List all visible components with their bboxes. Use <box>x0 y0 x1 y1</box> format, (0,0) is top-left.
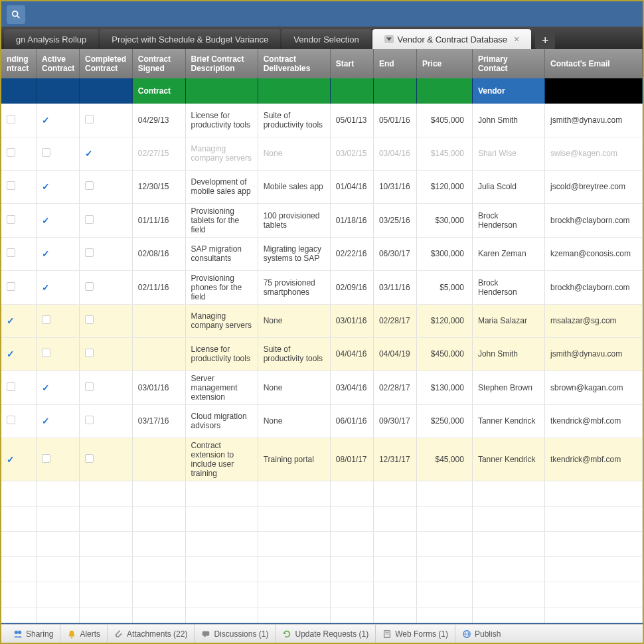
completed-checkbox[interactable] <box>85 382 94 391</box>
pending-checkbox[interactable] <box>7 115 15 123</box>
tab-1[interactable]: Project with Schedule & Budget Variance <box>100 29 280 49</box>
table-row[interactable]: ✓02/27/15Managing company serversNone03/… <box>1 137 643 170</box>
cell-price: $250,000 <box>431 416 464 426</box>
pending-checkbox[interactable] <box>7 382 15 391</box>
svg-point-0 <box>13 11 18 17</box>
bottom-clip[interactable]: Attachments (22) <box>107 625 194 643</box>
col-header-0[interactable]: nding ntract <box>1 49 36 78</box>
col-header-2[interactable]: Completed Contract <box>80 49 133 78</box>
pending-checked-icon[interactable]: ✓ <box>7 349 15 359</box>
cell-desc: Managing company servers <box>191 144 252 163</box>
table-row[interactable]: ✓12/30/15Development of mobile sales app… <box>1 170 643 203</box>
top-bar <box>1 1 643 27</box>
cell-deliv: None <box>264 149 283 158</box>
completed-checkbox[interactable] <box>85 282 94 291</box>
completed-checkbox[interactable] <box>85 248 94 257</box>
active-checkbox[interactable] <box>42 315 50 324</box>
cell-email: jsmith@dynavu.com <box>550 116 622 125</box>
bottom-form[interactable]: Web Forms (1) <box>375 625 455 643</box>
cell-signed: 03/17/16 <box>138 416 169 426</box>
cell-deliv: Migrating legacy systems to SAP <box>264 244 321 263</box>
cell-email: kzeman@conosis.com <box>550 249 631 258</box>
completed-checkbox[interactable] <box>85 349 94 357</box>
col-header-9[interactable]: Primary Contact <box>472 49 544 78</box>
cell-end: 03/04/16 <box>379 149 410 158</box>
search-button[interactable] <box>7 5 25 24</box>
table-row[interactable]: ✓01/11/16Provisioning tablets for the fi… <box>1 203 643 237</box>
bottom-bell[interactable]: Alerts <box>60 625 107 643</box>
table-row[interactable]: ✓License for productivity toolsSuite of … <box>1 337 643 370</box>
cell-deliv: None <box>264 383 283 392</box>
active-checkbox[interactable] <box>42 454 50 463</box>
pending-checked-icon[interactable]: ✓ <box>7 454 15 465</box>
completed-checkbox[interactable] <box>85 416 94 424</box>
active-checkbox[interactable] <box>42 148 50 157</box>
col-header-5[interactable]: Contract Deliverables <box>258 49 330 78</box>
cell-end: 06/30/17 <box>379 249 410 258</box>
active-checked-icon[interactable]: ✓ <box>42 282 50 293</box>
active-checked-icon[interactable]: ✓ <box>42 215 50 226</box>
bottom-label: Sharing <box>26 629 53 639</box>
col-header-10[interactable]: Contact's Email <box>545 49 643 78</box>
table-row[interactable]: ✓02/11/16Provisioning phones for the fie… <box>1 270 643 304</box>
cell-signed: 04/29/13 <box>138 116 169 125</box>
tab-0[interactable]: gn Analysis Rollup <box>4 29 98 49</box>
cell-email: jsmith@dynavu.com <box>550 349 622 359</box>
pending-checkbox[interactable] <box>7 215 15 224</box>
cell-contact: Karen Zeman <box>478 249 526 258</box>
cell-contact: Shari Wise <box>478 149 517 158</box>
active-checked-icon[interactable]: ✓ <box>42 382 50 393</box>
bottom-users[interactable]: Sharing <box>7 625 60 643</box>
col-header-1[interactable]: Active Contract <box>36 49 79 78</box>
add-tab-button[interactable]: + <box>535 32 555 49</box>
cell-price: $30,000 <box>436 216 464 225</box>
cell-signed: 02/27/15 <box>138 149 169 158</box>
cell-signed: 01/11/16 <box>138 216 169 225</box>
bottom-globe[interactable]: Publish <box>455 625 507 643</box>
tab-label: Project with Schedule & Budget Variance <box>112 35 268 44</box>
cell-price: $300,000 <box>431 249 464 258</box>
pending-checked-icon[interactable]: ✓ <box>7 315 15 326</box>
pending-checkbox[interactable] <box>7 416 15 424</box>
table-row[interactable]: ✓03/17/16Cloud migration advisorsNone06/… <box>1 404 643 438</box>
active-checkbox[interactable] <box>42 349 50 357</box>
active-checked-icon[interactable]: ✓ <box>42 181 50 192</box>
tab-2[interactable]: Vendor Selection <box>282 29 370 49</box>
col-header-8[interactable]: Price <box>416 49 472 78</box>
bottom-refresh[interactable]: Update Requests (1) <box>275 625 375 643</box>
col-header-7[interactable]: End <box>373 49 416 78</box>
cell-desc: License for productivity tools <box>191 345 250 363</box>
table-row[interactable]: ✓Managing company serversNone03/01/1602/… <box>1 304 643 337</box>
pending-checkbox[interactable] <box>7 181 15 190</box>
table-row[interactable]: ✓Contract extension to include user trai… <box>1 438 643 481</box>
table-row[interactable]: ✓04/29/13License for productivity toolsS… <box>1 104 643 137</box>
completed-checked-icon[interactable]: ✓ <box>85 148 93 159</box>
cell-start: 03/01/16 <box>336 316 367 325</box>
col-header-3[interactable]: Contract Signed <box>132 49 185 78</box>
completed-checkbox[interactable] <box>85 315 94 324</box>
contract-table: nding ntractActive ContractCompleted Con… <box>1 49 643 623</box>
tab-3[interactable]: Vendor & Contract Database× <box>372 29 532 49</box>
pending-checkbox[interactable] <box>7 248 15 257</box>
cell-start: 02/22/16 <box>336 249 367 258</box>
pending-checkbox[interactable] <box>7 148 15 157</box>
active-checked-icon[interactable]: ✓ <box>42 115 50 125</box>
completed-checkbox[interactable] <box>85 115 94 123</box>
active-checked-icon[interactable]: ✓ <box>42 248 50 259</box>
close-icon[interactable]: × <box>514 34 519 44</box>
table-row[interactable]: ✓02/08/16SAP migration consultantsMigrat… <box>1 237 643 270</box>
cell-email: brockh@clayborn.com <box>550 216 630 225</box>
bottom-chat[interactable]: Discussions (1) <box>194 625 275 643</box>
col-header-4[interactable]: Brief Contract Description <box>185 49 258 78</box>
pending-checkbox[interactable] <box>7 282 15 291</box>
table-row[interactable]: ✓03/01/16Server management extensionNone… <box>1 370 643 404</box>
completed-checkbox[interactable] <box>85 454 94 463</box>
col-header-6[interactable]: Start <box>330 49 373 78</box>
tab-dropdown-icon[interactable] <box>384 35 394 43</box>
cell-end: 10/31/16 <box>379 182 410 191</box>
cell-end: 02/28/17 <box>379 316 410 325</box>
completed-checkbox[interactable] <box>85 215 94 224</box>
subheader-vendor: Vendor <box>472 78 544 104</box>
active-checked-icon[interactable]: ✓ <box>42 416 50 426</box>
completed-checkbox[interactable] <box>85 181 94 190</box>
